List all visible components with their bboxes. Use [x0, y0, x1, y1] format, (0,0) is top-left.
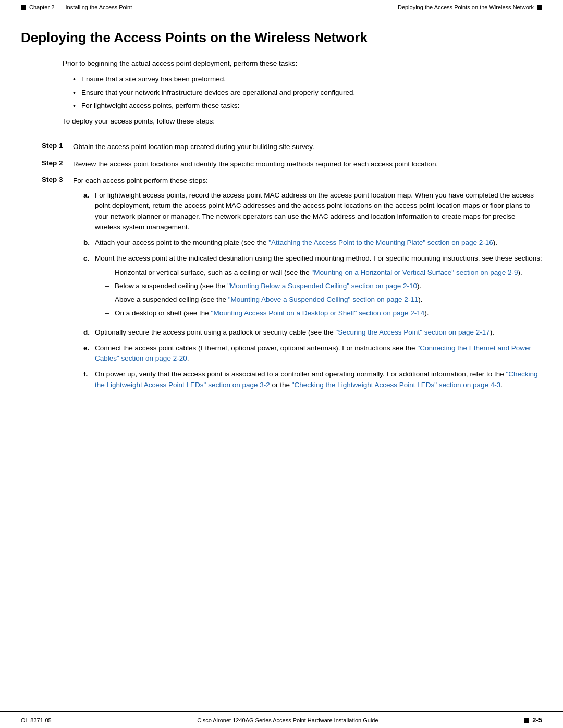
step-3-row: Step 3 For each access point perform the… [21, 176, 542, 396]
mounting-option-4: On a desktop or shelf (see the "Mounting… [105, 308, 542, 318]
sub-step-f: f. On power up, verify that the access p… [83, 369, 542, 390]
footer-center: Cisco Aironet 1240AG Series Access Point… [52, 717, 524, 723]
main-content: Deploying the Access Points on the Wirel… [0, 14, 563, 433]
bullet-list: Ensure that a site survey has been prefo… [73, 74, 542, 111]
step-2-label: Step 2 [42, 159, 73, 169]
sub-step-a-content: For lightweight access points, record th… [95, 190, 542, 232]
step-1-label: Step 1 [42, 142, 73, 152]
bullet-item-1: Ensure that a site survey has been prefo… [73, 74, 542, 84]
header-left-icon [21, 5, 26, 10]
sub-steps-list: a. For lightweight access points, record… [83, 190, 542, 390]
steps-separator [42, 134, 521, 134]
sub-step-d-label: d. [83, 327, 95, 338]
footer-left: OL-8371-05 [21, 717, 52, 723]
intro-text: Prior to beginning the actual access poi… [63, 58, 542, 69]
bullet-item-3: For lightweight access points, perform t… [73, 101, 542, 111]
mounting-option-3: Above a suspended ceiling (see the "Moun… [105, 294, 542, 305]
step-3-text: For each access point perform these step… [73, 177, 208, 184]
link-securing-ap[interactable]: "Securing the Access Point" section on p… [336, 328, 490, 336]
step-1-content: Obtain the access point location map cre… [73, 142, 542, 152]
sub-step-d-content: Optionally secure the access point using… [95, 327, 542, 338]
step-3-label: Step 3 [42, 176, 73, 396]
sub-step-e: e. Connect the access point cables (Ethe… [83, 343, 542, 364]
link-horizontal-surface[interactable]: "Mounting on a Horizontal or Vertical Su… [311, 268, 518, 276]
sub-step-c-content: Mount the access point at the indicated … [95, 253, 542, 322]
header-left: Chapter 2 Installing the Access Point [21, 4, 132, 10]
sub-step-b-content: Attach your access point to the mounting… [95, 238, 542, 248]
link-checking-leds-ch4[interactable]: "Checking the Lightweight Access Point L… [292, 381, 501, 389]
top-header: Chapter 2 Installing the Access Point De… [0, 0, 563, 14]
sub-step-b-label: b. [83, 238, 95, 248]
link-below-ceiling[interactable]: "Mounting Below a Suspended Ceiling" sec… [227, 282, 417, 290]
header-chapter: Chapter 2 [29, 4, 54, 10]
sub-step-f-label: f. [83, 369, 95, 390]
sub-step-a-label: a. [83, 190, 95, 232]
step-2-content: Review the access point locations and id… [73, 159, 542, 169]
footer-right: 2-5 [524, 716, 542, 724]
link-above-ceiling[interactable]: "Mounting Above a Suspended Ceiling" sec… [228, 295, 419, 303]
page: Chapter 2 Installing the Access Point De… [0, 0, 563, 728]
step-1-row: Step 1 Obtain the access point location … [21, 142, 542, 152]
steps-intro: To deploy your access points, follow the… [63, 116, 542, 127]
header-section-title: Deploying the Access Points on the Wirel… [398, 4, 534, 10]
mounting-option-1: Horizontal or vertical surface, such as … [105, 267, 542, 278]
header-chapter-title: Installing the Access Point [65, 4, 132, 10]
mounting-options-list: Horizontal or vertical surface, such as … [105, 267, 542, 319]
sub-step-a: a. For lightweight access points, record… [83, 190, 542, 232]
header-right-icon [537, 5, 542, 10]
footer-page-number: 2-5 [532, 716, 542, 724]
sub-step-c: c. Mount the access point at the indicat… [83, 253, 542, 322]
sub-step-c-text: Mount the access point at the indicated … [95, 254, 542, 262]
sub-step-e-content: Connect the access point cables (Etherne… [95, 343, 542, 364]
mounting-option-2: Below a suspended ceiling (see the "Moun… [105, 281, 542, 291]
header-right: Deploying the Access Points on the Wirel… [398, 4, 542, 10]
step-2-row: Step 2 Review the access point locations… [21, 159, 542, 169]
sub-step-e-label: e. [83, 343, 95, 364]
bullet-item-2: Ensure that your network infrastructure … [73, 88, 542, 98]
sub-step-d: d. Optionally secure the access point us… [83, 327, 542, 338]
footer-right-icon [524, 718, 529, 723]
link-ethernet-cables[interactable]: "Connecting the Ethernet and Power Cable… [95, 344, 531, 362]
page-title: Deploying the Access Points on the Wirel… [21, 30, 542, 46]
sub-step-b: b. Attach your access point to the mount… [83, 238, 542, 248]
sub-step-f-content: On power up, verify that the access poin… [95, 369, 542, 390]
link-mounting-plate[interactable]: "Attaching the Access Point to the Mount… [268, 239, 493, 246]
link-desktop-shelf[interactable]: "Mounting Access Point on a Desktop or S… [211, 309, 425, 317]
footer: OL-8371-05 Cisco Aironet 1240AG Series A… [0, 711, 563, 728]
sub-step-c-label: c. [83, 253, 95, 322]
step-3-content: For each access point perform these step… [73, 176, 542, 396]
